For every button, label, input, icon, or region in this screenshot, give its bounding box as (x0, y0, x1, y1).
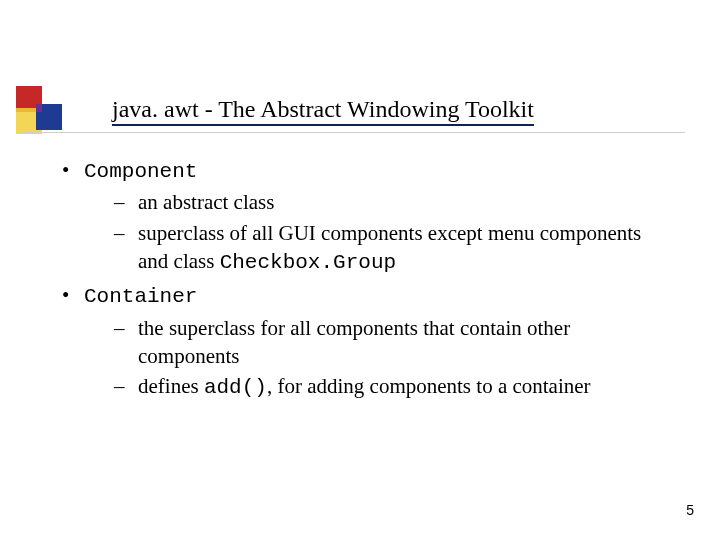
slide-body: Component an abstract class superclass o… (58, 156, 670, 407)
list-item: defines add(), for adding components to … (112, 372, 670, 402)
list-item: Component an abstract class superclass o… (58, 156, 670, 277)
title-rule (21, 132, 685, 133)
list-item: an abstract class (112, 188, 670, 216)
page-number: 5 (686, 502, 694, 518)
code-term: Container (84, 285, 197, 308)
list-item: Container the superclass for all compone… (58, 281, 670, 402)
slide-title: java. awt - The Abstract Windowing Toolk… (112, 96, 534, 126)
list-item: the superclass for all components that c… (112, 314, 670, 371)
logo-icon (16, 86, 60, 130)
list-item: superclass of all GUI components except … (112, 219, 670, 278)
code-term: add() (204, 376, 267, 399)
code-term: Checkbox.Group (220, 251, 396, 274)
code-term: Component (84, 160, 197, 183)
